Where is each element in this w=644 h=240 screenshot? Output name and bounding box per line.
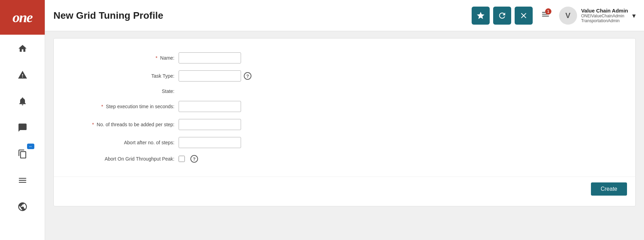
- step-exec-row: * Step execution time in seconds:: [68, 101, 621, 112]
- threads-required-star: *: [92, 122, 94, 127]
- user-section: V Value Chain Admin ONEIValueChainAdmin …: [559, 7, 636, 25]
- abort-grid-checkbox[interactable]: [179, 156, 185, 162]
- state-row: State:: [68, 88, 621, 94]
- home-icon[interactable]: [14, 40, 31, 57]
- task-type-input[interactable]: [179, 70, 241, 82]
- form-footer: Create: [54, 177, 635, 196]
- name-required-star: *: [155, 55, 157, 61]
- hamburger-icon[interactable]: [14, 172, 31, 189]
- sidebar: one ↔: [0, 0, 45, 240]
- sidebar-badge: ↔: [27, 144, 34, 149]
- user-info: Value Chain Admin ONEIValueChainAdmin Tr…: [581, 8, 628, 23]
- abort-grid-label: Abort On Grid Throughput Peak:: [68, 156, 179, 162]
- header: New Grid Tuning Profile 1 V Value Chain …: [45, 0, 644, 31]
- abort-steps-row: Abort after no. of steps:: [68, 137, 621, 148]
- page-title: New Grid Tuning Profile: [53, 10, 472, 21]
- abort-grid-row: Abort On Grid Throughput Peak: ?: [68, 155, 621, 163]
- abort-steps-label: Abort after no. of steps:: [68, 140, 179, 145]
- user-name: Value Chain Admin: [581, 8, 628, 14]
- threads-label: * No. of threads to be added per step:: [68, 122, 179, 127]
- state-label: State:: [68, 88, 179, 94]
- step-exec-required-star: *: [101, 104, 103, 109]
- name-input[interactable]: [179, 52, 241, 63]
- sidebar-icons: ↔: [0, 35, 45, 240]
- task-type-help-icon[interactable]: ?: [244, 72, 251, 80]
- create-button[interactable]: Create: [591, 182, 627, 196]
- document-stack-icon[interactable]: ↔: [14, 146, 31, 162]
- name-label: * Name:: [68, 55, 179, 61]
- main-area: New Grid Tuning Profile 1 V Value Chain …: [45, 0, 644, 240]
- name-row: * Name:: [68, 52, 621, 63]
- notification-count: 1: [545, 8, 551, 15]
- user-role2: TransportationAdmin: [581, 18, 628, 23]
- logo-text: one: [12, 9, 32, 26]
- task-type-row: Task Type: ?: [68, 70, 621, 82]
- abort-grid-help-icon[interactable]: ?: [190, 155, 198, 163]
- step-exec-label: * Step execution time in seconds:: [68, 104, 179, 109]
- warning-icon[interactable]: [14, 67, 31, 83]
- form-card: * Name: Task Type: ? State:: [53, 38, 636, 206]
- user-role1: ONEIValueChainAdmin: [581, 14, 628, 18]
- chat-icon[interactable]: [14, 119, 31, 136]
- close-button[interactable]: [515, 7, 533, 25]
- notification-icon[interactable]: [14, 93, 31, 110]
- user-menu-button[interactable]: ▾: [632, 11, 636, 20]
- step-exec-input[interactable]: [179, 101, 241, 112]
- favorite-button[interactable]: [472, 7, 490, 25]
- content-area: * Name: Task Type: ? State:: [45, 31, 644, 240]
- threads-row: * No. of threads to be added per step:: [68, 119, 621, 130]
- task-type-label: Task Type:: [68, 73, 179, 79]
- globe-settings-icon[interactable]: [14, 198, 31, 215]
- logo[interactable]: one: [0, 0, 45, 35]
- refresh-button[interactable]: [493, 7, 511, 25]
- form-body: * Name: Task Type: ? State:: [54, 52, 635, 163]
- threads-input[interactable]: [179, 119, 241, 130]
- notifications-menu-button[interactable]: 1: [541, 10, 550, 21]
- abort-steps-input[interactable]: [179, 137, 241, 148]
- avatar: V: [559, 7, 577, 25]
- header-actions: 1 V Value Chain Admin ONEIValueChainAdmi…: [472, 7, 636, 25]
